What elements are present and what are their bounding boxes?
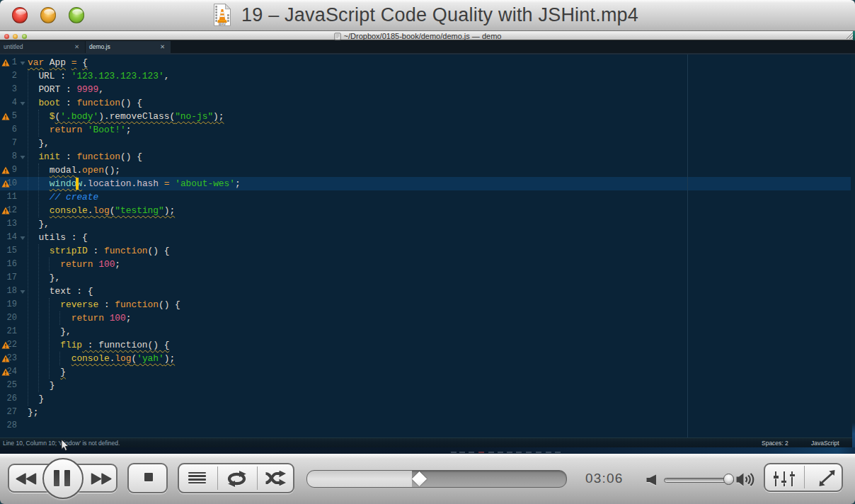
svg-text:M4V: M4V	[219, 22, 226, 26]
